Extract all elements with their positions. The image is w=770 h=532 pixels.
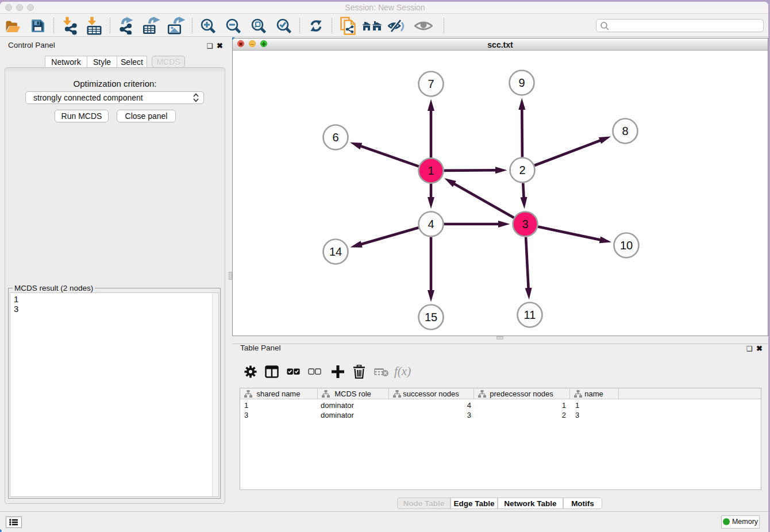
svg-text:6: 6: [332, 131, 338, 144]
svg-text:8: 8: [622, 125, 628, 137]
svg-text:11: 11: [524, 309, 536, 321]
svg-text:4: 4: [428, 218, 434, 230]
svg-text:1: 1: [428, 164, 434, 177]
svg-text:15: 15: [425, 311, 437, 323]
svg-text:2: 2: [519, 164, 525, 176]
svg-text:10: 10: [620, 239, 633, 252]
svg-text:9: 9: [518, 76, 525, 89]
svg-text:3: 3: [522, 218, 528, 230]
svg-text:7: 7: [428, 78, 434, 90]
svg-text:14: 14: [329, 245, 342, 258]
